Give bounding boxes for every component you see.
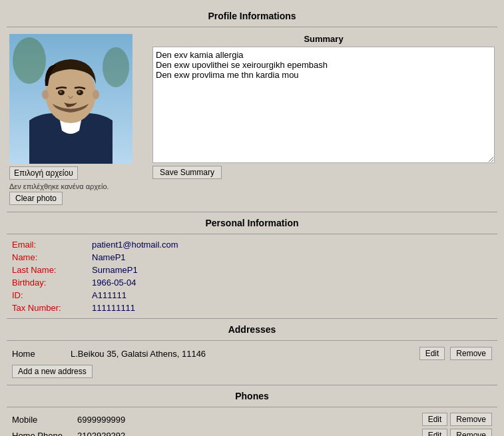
profile-top: Επιλογή αρχείου Δεν επιλέχθηκε κανένα αρ…	[7, 29, 497, 210]
no-file-text: Δεν επιλέχθηκε κανένα αρχείο.	[9, 182, 109, 190]
page-title: Profile Informations	[7, 7, 497, 25]
phones-title: Phones	[7, 387, 497, 405]
home-phone-label: Home Phone	[12, 431, 72, 437]
phone-row-home: Home Phone 2102929292 Edit Remove	[9, 427, 495, 436]
clear-photo-button[interactable]: Clear photo	[9, 192, 63, 205]
personal-info-row: Birthday:1966-05-04	[9, 276, 495, 289]
home-phone-edit-button[interactable]: Edit	[422, 429, 448, 436]
personal-info-label: ID:	[9, 289, 89, 302]
personal-info-row: Last Name:SurnameP1	[9, 264, 495, 276]
personal-info-table: Email:patient1@hotmail.comName:NameP1Las…	[9, 238, 495, 314]
personal-info-row: ID:A111111	[9, 289, 495, 302]
personal-info-divider	[7, 212, 497, 212]
photo-svg	[9, 34, 132, 164]
save-summary-button[interactable]: Save Summary	[152, 166, 222, 179]
personal-info-row: Email:patient1@hotmail.com	[9, 238, 495, 251]
personal-info-divider2	[7, 234, 497, 234]
personal-info-label: Last Name:	[9, 264, 89, 276]
home-phone-remove-button[interactable]: Remove	[450, 429, 492, 436]
personal-info-row: Name:NameP1	[9, 251, 495, 264]
personal-info-label: Tax Number:	[9, 302, 89, 314]
address-value: L.Beikou 35, Galatsi Athens, 11146	[71, 349, 414, 359]
summary-section: Summary Save Summary	[152, 34, 495, 205]
svg-point-2	[103, 47, 129, 87]
phones-divider	[7, 385, 497, 385]
title-divider	[7, 27, 497, 27]
addresses-title: Addresses	[7, 320, 497, 339]
add-address-row: Add a new address	[9, 362, 495, 381]
personal-info-label: Email:	[9, 238, 89, 251]
svg-point-8	[78, 91, 81, 93]
address-edit-button[interactable]: Edit	[419, 347, 445, 360]
personal-info-section: Email:patient1@hotmail.comName:NameP1Las…	[7, 236, 497, 317]
add-address-button[interactable]: Add a new address	[12, 365, 93, 378]
personal-info-value: patient1@hotmail.com	[89, 238, 495, 251]
clear-photo-row: Clear photo	[9, 192, 63, 205]
svg-point-1	[13, 37, 46, 84]
photo-section: Επιλογή αρχείου Δεν επιλέχθηκε κανένα αρ…	[9, 34, 146, 205]
personal-info-value: 1966-05-04	[89, 276, 495, 289]
summary-textarea[interactable]	[152, 47, 495, 163]
phone-row-mobile: Mobile 6999999999 Edit Remove	[9, 411, 495, 427]
addresses-section: Home L.Beikou 35, Galatsi Athens, 11146 …	[7, 342, 497, 383]
save-summary-row: Save Summary	[152, 166, 495, 179]
personal-info-value: NameP1	[89, 251, 495, 264]
svg-point-7	[59, 91, 62, 93]
addresses-divider	[7, 318, 497, 319]
choose-file-button[interactable]: Επιλογή αρχείου	[9, 166, 78, 180]
personal-info-label: Name:	[9, 251, 89, 264]
photo-controls: Επιλογή αρχείου Δεν επιλέχθηκε κανένα αρ…	[9, 166, 146, 190]
svg-point-10	[93, 90, 99, 99]
mobile-btns: Edit Remove	[422, 413, 492, 426]
address-label: Home	[12, 349, 65, 359]
summary-label: Summary	[152, 34, 495, 44]
personal-info-title: Personal Information	[7, 214, 497, 232]
mobile-remove-button[interactable]: Remove	[450, 413, 492, 426]
page-container: Profile Informations	[7, 7, 497, 436]
addresses-divider2	[7, 340, 497, 341]
home-phone-btns: Edit Remove	[422, 429, 492, 436]
personal-info-value: SurnameP1	[89, 264, 495, 276]
home-phone-value: 2102929292	[77, 431, 164, 437]
mobile-label: Mobile	[12, 415, 72, 425]
personal-info-label: Birthday:	[9, 276, 89, 289]
mobile-value: 6999999999	[77, 415, 164, 425]
svg-point-9	[42, 90, 49, 99]
profile-photo	[9, 34, 132, 164]
address-row: Home L.Beikou 35, Galatsi Athens, 11146 …	[9, 345, 495, 362]
personal-info-row: Tax Number:111111111	[9, 302, 495, 314]
address-remove-button[interactable]: Remove	[450, 347, 492, 360]
phones-section: Mobile 6999999999 Edit Remove Home Phone…	[7, 409, 497, 436]
mobile-edit-button[interactable]: Edit	[422, 413, 448, 426]
personal-info-value: A111111	[89, 289, 495, 302]
personal-info-value: 111111111	[89, 302, 495, 314]
phones-divider2	[7, 407, 497, 407]
